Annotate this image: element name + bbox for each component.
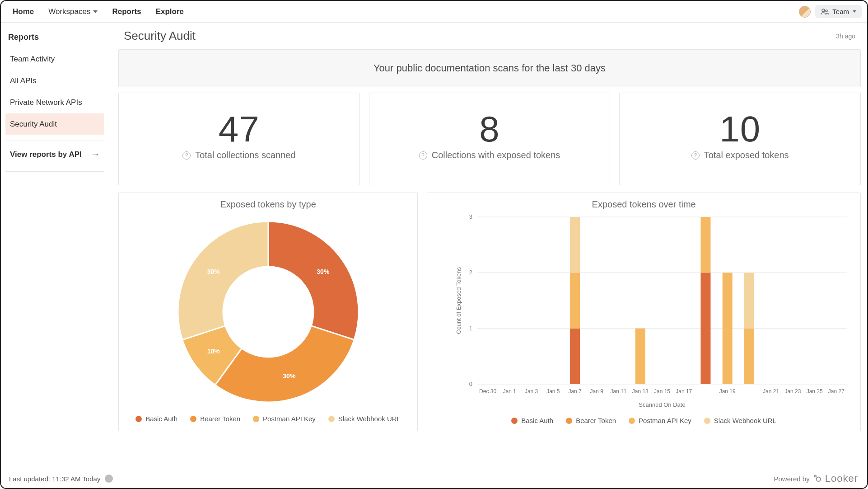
chevron-down-icon [853, 10, 856, 13]
divider [5, 171, 104, 172]
svg-text:Jan 13: Jan 13 [632, 388, 649, 395]
team-label: Team [832, 8, 849, 15]
legend-item[interactable]: Basic Auth [135, 415, 177, 423]
donut-slice-0[interactable] [268, 221, 359, 340]
bar-segment[interactable] [570, 217, 580, 273]
svg-text:Jan 23: Jan 23 [785, 388, 801, 395]
metrics-row: 47Total collections scanned8Collections … [118, 93, 861, 185]
bar-segment[interactable] [570, 273, 580, 328]
user-area: Team [799, 5, 862, 18]
team-switcher[interactable]: Team [815, 5, 862, 18]
svg-text:Jan 25: Jan 25 [807, 388, 823, 395]
svg-text:Jan 9: Jan 9 [590, 388, 604, 395]
swatch-icon [135, 416, 142, 422]
svg-text:Jan 27: Jan 27 [828, 388, 845, 395]
svg-text:Scanned On Date: Scanned On Date [639, 401, 686, 408]
svg-text:Count of Exposed Tokens: Count of Exposed Tokens [455, 267, 462, 334]
metric-card-2: 10Total exposed tokens [619, 93, 861, 185]
bar-segment[interactable] [744, 329, 754, 384]
legend-item[interactable]: Postman API Key [253, 415, 316, 423]
legend-item[interactable]: Slack Webhook URL [704, 417, 776, 424]
svg-point-1 [826, 10, 827, 12]
metric-value: 47 [219, 108, 260, 150]
bar-segment[interactable] [635, 329, 645, 384]
legend-item[interactable]: Bearer Token [566, 417, 616, 424]
svg-point-28 [816, 477, 820, 481]
donut-title: Exposed tokens by type [220, 193, 316, 212]
nav-explore[interactable]: Explore [149, 2, 190, 22]
legend-item[interactable]: Basic Auth [511, 417, 553, 424]
nav-workspaces-label: Workspaces [48, 7, 90, 16]
svg-text:Jan 7: Jan 7 [569, 388, 582, 395]
svg-text:1: 1 [469, 325, 472, 332]
svg-point-27 [814, 475, 816, 477]
sidebar-item-security-audit[interactable]: Security Audit [5, 113, 104, 135]
sidebar-item-private-network-apis[interactable]: Private Network APIs [5, 92, 104, 113]
info-dot-icon[interactable] [105, 475, 113, 483]
last-updated: Last updated: 11:32 AM Today [9, 475, 100, 483]
svg-text:Jan 3: Jan 3 [525, 388, 538, 395]
sidebar-item-all-apis[interactable]: All APIs [5, 70, 104, 92]
swatch-icon [629, 418, 635, 424]
donut-label: 30% [317, 268, 330, 275]
svg-text:0: 0 [469, 381, 472, 387]
swatch-icon [511, 418, 518, 424]
donut-chart: 30%30%10%30% [151, 212, 386, 411]
powered-by-label: Powered by [774, 475, 810, 483]
info-icon[interactable] [419, 151, 427, 160]
svg-text:Jan 15: Jan 15 [654, 388, 670, 395]
metric-label: Total collections scanned [195, 150, 295, 160]
svg-text:Dec 30: Dec 30 [479, 388, 496, 395]
legend-item[interactable]: Postman API Key [629, 417, 691, 424]
metric-card-0: 47Total collections scanned [118, 93, 360, 185]
bar-segment[interactable] [570, 329, 580, 384]
subtitle-band: Your public documentation scans for the … [118, 49, 861, 87]
view-reports-link[interactable]: View reports by API → [5, 143, 104, 166]
chevron-down-icon [93, 10, 98, 13]
primary-nav: Home Workspaces Reports Explore [6, 2, 190, 22]
nav-workspaces[interactable]: Workspaces [42, 2, 104, 22]
legend-item[interactable]: Bearer Token [190, 415, 240, 423]
nav-reports[interactable]: Reports [106, 2, 147, 22]
sidebar-heading: Reports [5, 29, 104, 48]
svg-text:Jan 19: Jan 19 [719, 388, 736, 395]
svg-text:Jan 5: Jan 5 [546, 388, 560, 395]
sidebar-item-team-activity[interactable]: Team Activity [5, 48, 104, 70]
avatar[interactable] [799, 6, 811, 18]
time-chart: 0123Count of Exposed TokensScanned On Da… [454, 212, 852, 411]
donut-legend: Basic AuthBearer TokenPostman API KeySla… [135, 411, 401, 429]
svg-text:Jan 21: Jan 21 [763, 388, 779, 395]
donut-slice-1[interactable] [215, 326, 354, 402]
page-age: 3h ago [836, 33, 855, 40]
timechart-title: Exposed tokens over time [427, 193, 860, 212]
swatch-icon [190, 416, 196, 422]
legend-item[interactable]: Slack Webhook URL [328, 415, 401, 423]
sidebar: Reports Team ActivityAll APIsPrivate Net… [1, 23, 109, 488]
timechart-legend: Basic AuthBearer TokenPostman API KeySla… [427, 413, 860, 431]
top-bar: Home Workspaces Reports Explore Team [1, 1, 867, 23]
donut-label: 10% [207, 348, 220, 355]
svg-text:3: 3 [469, 213, 472, 220]
bar-segment[interactable] [744, 273, 754, 328]
metric-value: 10 [719, 108, 761, 150]
arrow-right-icon: → [91, 149, 100, 160]
bar-segment[interactable] [723, 273, 733, 384]
donut-slice-3[interactable] [178, 221, 268, 340]
svg-text:Jan 1: Jan 1 [503, 388, 517, 395]
info-icon[interactable] [182, 151, 191, 160]
footer: Last updated: 11:32 AM Today Powered by … [6, 473, 862, 484]
info-icon[interactable] [691, 151, 700, 160]
bar-segment[interactable] [701, 217, 711, 273]
metric-label: Collections with exposed tokens [432, 150, 560, 160]
metric-label: Total exposed tokens [704, 150, 789, 160]
svg-text:Jan 11: Jan 11 [611, 388, 627, 395]
swatch-icon [328, 416, 335, 422]
nav-home[interactable]: Home [6, 2, 40, 22]
bar-segment[interactable] [701, 273, 711, 384]
donut-card: Exposed tokens by type 30%30%10%30% Basi… [118, 193, 418, 431]
metric-card-1: 8Collections with exposed tokens [369, 93, 611, 185]
swatch-icon [253, 416, 259, 422]
donut-label: 30% [283, 372, 296, 380]
metric-value: 8 [479, 108, 500, 150]
svg-text:Jan 17: Jan 17 [676, 388, 692, 395]
